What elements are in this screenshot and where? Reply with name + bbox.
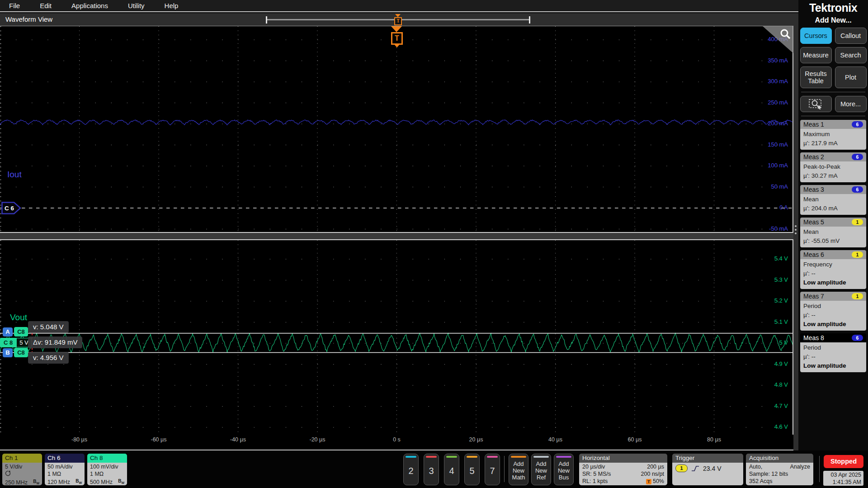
axis-label: 4.8 V xyxy=(752,381,788,388)
panel-separator xyxy=(801,92,865,92)
drag-handle-icon[interactable] xyxy=(795,225,797,234)
zoom-select-icon xyxy=(808,99,824,109)
trigger-t-icon: T xyxy=(394,17,402,25)
axis-label: 300 mA xyxy=(752,78,788,85)
time-axis-label: -20 µs xyxy=(299,436,335,443)
meas-2-card[interactable]: Meas 2 6 Peak-to-Peak µ': 30.27 mA xyxy=(800,152,866,182)
meas-8-card[interactable]: Meas 8 6 Period µ': -- Low amplitude xyxy=(800,333,866,372)
axis-label: 250 mA xyxy=(752,99,788,106)
source-badge: 1 xyxy=(852,251,863,258)
axis-label: 0 A xyxy=(752,204,788,211)
iout-signal-label[interactable]: Iout xyxy=(7,170,22,180)
cursor-b-handle[interactable]: B xyxy=(3,348,13,357)
bandwidth-limit-icon: BW xyxy=(118,478,124,485)
cursor-delta-readout: Δv: 91.849 mV xyxy=(28,336,82,348)
axis-label: 200 mA xyxy=(752,120,788,127)
trigger-badge[interactable]: Trigger 1 23.4 V xyxy=(672,454,743,485)
time-axis-label: -40 µs xyxy=(220,436,256,443)
acquisition-badge[interactable]: Acquisition Auto,Analyze Sample: 12 bits… xyxy=(746,454,813,485)
channel8-badge[interactable]: Ch 8 100 mV/div 1 MΩ 500 MHz BW xyxy=(87,454,127,485)
plot-button[interactable]: Plot xyxy=(835,66,867,88)
axis-label: 5.3 V xyxy=(752,276,788,283)
channel3-button[interactable]: 3 xyxy=(424,454,439,485)
panel-splitter[interactable] xyxy=(793,26,798,450)
waveform-display-current[interactable]: 400 mA350 mA300 mA250 mA200 mA150 mA100 … xyxy=(0,26,793,232)
time-axis-label: -60 µs xyxy=(141,436,177,443)
datetime-display: 03 Apr 2025 1:41:35 AM xyxy=(823,471,863,486)
cursor-b-source-badge[interactable]: C8 xyxy=(14,348,28,357)
channel7-button[interactable]: 7 xyxy=(485,454,500,485)
trigger-source-badge: 1 xyxy=(675,464,688,472)
channel4-button[interactable]: 4 xyxy=(444,454,459,485)
axis-label: 4.7 V xyxy=(752,403,788,409)
tab-waveform-view[interactable]: Waveform View xyxy=(5,15,52,23)
zoom-mode-button[interactable] xyxy=(800,96,832,112)
cursors-button[interactable]: Cursors xyxy=(800,28,832,44)
channel5-button[interactable]: 5 xyxy=(464,454,480,485)
channel8-badge[interactable]: C 8 xyxy=(0,338,16,347)
channel6-badge[interactable]: Ch 6 50 mA/div 1 MΩ 120 MHz BW xyxy=(45,454,85,485)
callout-button[interactable]: Callout xyxy=(835,28,867,44)
axis-label: 5.2 V xyxy=(752,297,788,304)
meas-7-card[interactable]: Meas 7 1 Period µ': -- Low amplitude xyxy=(800,292,866,331)
time-axis-label: 0 s xyxy=(379,436,415,443)
horizontal-badge[interactable]: Horizontal 20 µs/div200 µs SR: 5 MS/s200… xyxy=(579,454,667,485)
svg-text:C 6: C 6 xyxy=(5,205,14,212)
vout-signal-label[interactable]: Vout xyxy=(10,313,27,322)
menu-edit[interactable]: Edit xyxy=(40,2,52,9)
add-new-math-button[interactable]: Add New Math xyxy=(509,454,528,485)
menu-utility[interactable]: Utility xyxy=(128,2,145,9)
time-axis-label: 40 µs xyxy=(538,436,574,443)
axis-label: 350 mA xyxy=(752,57,788,64)
meas-1-card[interactable]: Meas 1 6 Maximum µ': 217.9 mA xyxy=(800,120,866,150)
time-axis-label: 80 µs xyxy=(696,436,732,443)
source-badge: 1 xyxy=(852,219,863,225)
add-new-ref-button[interactable]: Add New Ref xyxy=(531,454,551,485)
axis-label: 50 mA xyxy=(752,183,788,190)
more-button[interactable]: More... xyxy=(835,96,867,112)
channel1-badge[interactable]: Ch 1 5 V/div 250 MHz BW xyxy=(2,454,42,485)
axis-label: 100 mA xyxy=(752,162,788,169)
tab-bar: Waveform View T xyxy=(0,13,798,26)
trigger-position-icon: T xyxy=(646,479,651,484)
trigger-marker[interactable]: T xyxy=(391,32,403,45)
run-stop-status-button[interactable]: Stopped xyxy=(824,455,863,468)
axis-label: 5.4 V xyxy=(752,255,788,262)
bandwidth-limit-icon: BW xyxy=(75,478,82,485)
meas-6-card[interactable]: Meas 6 1 Frequency µ': -- Low amplitude xyxy=(800,250,866,289)
divider xyxy=(819,456,820,482)
results-bar: Tektronix Add New... Cursors Callout Mea… xyxy=(798,0,868,488)
trigger-marker-arrow-icon[interactable] xyxy=(391,26,402,32)
source-badge: 6 xyxy=(852,154,863,160)
view-splitter[interactable] xyxy=(0,232,793,240)
panel-separator xyxy=(801,116,865,116)
horizontal-overview-bar[interactable]: T xyxy=(266,16,530,24)
menu-applications[interactable]: Applications xyxy=(71,2,108,9)
axis-label: 5.1 V xyxy=(752,318,788,325)
menu-help[interactable]: Help xyxy=(165,2,179,9)
add-new-bus-button[interactable]: Add New Bus xyxy=(554,454,574,485)
waveform-display-voltage[interactable]: 5.4 V5.3 V5.2 V5.1 V5 V4.9 V4.8 V4.7 V4.… xyxy=(0,240,793,435)
meas-3-card[interactable]: Meas 3 6 Mean µ': 204.0 mA xyxy=(800,185,866,215)
measure-button[interactable]: Measure xyxy=(800,47,832,63)
axis-label: 150 mA xyxy=(752,141,788,148)
results-table-button[interactable]: Results Table xyxy=(800,66,832,88)
axis-label: -50 mA xyxy=(752,225,788,232)
vout-waveform-plot xyxy=(0,240,793,435)
axis-label: 4.9 V xyxy=(752,360,788,367)
iout-waveform-plot xyxy=(0,26,793,232)
meas-5-card[interactable]: Meas 5 1 Mean µ': -55.05 mV xyxy=(800,218,866,247)
search-button[interactable]: Search xyxy=(835,47,867,63)
time-axis-label: -80 µs xyxy=(61,436,98,443)
rising-edge-icon xyxy=(691,465,699,472)
trigger-marker-tail-icon xyxy=(394,44,400,47)
channel2-button[interactable]: 2 xyxy=(403,454,419,485)
trigger-position-indicator[interactable]: T xyxy=(394,14,401,25)
axis-label: 5 V xyxy=(752,339,788,346)
cursor-a-handle[interactable]: A xyxy=(3,327,13,336)
channel6-level-marker[interactable]: C 6 xyxy=(1,202,21,214)
c6-marker-shape: C 6 xyxy=(1,202,21,214)
trigger-arrow-icon xyxy=(395,14,401,17)
cursor-a-source-badge[interactable]: C8 xyxy=(14,327,28,336)
menu-file[interactable]: File xyxy=(9,2,20,9)
